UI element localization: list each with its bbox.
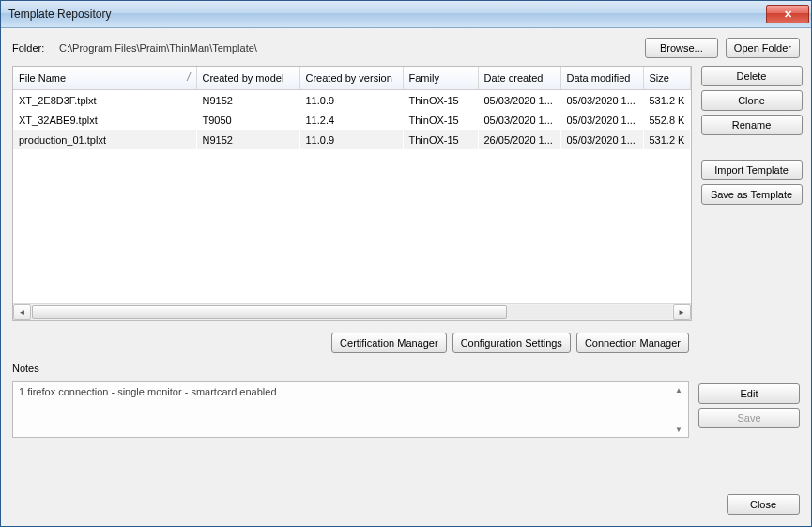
window-close-button[interactable]: ✕ — [766, 5, 809, 23]
table-row[interactable]: XT_32ABE9.tplxtT905011.2.4ThinOX-1505/03… — [13, 110, 690, 130]
cell-family: ThinOX-15 — [403, 110, 478, 130]
scroll-left-arrow[interactable]: ◄ — [13, 304, 31, 320]
folder-path: C:\Program Files\Praim\ThinMan\Template\ — [57, 42, 637, 54]
horizontal-scrollbar[interactable]: ◄ ► — [13, 303, 691, 320]
open-folder-button[interactable]: Open Folder — [726, 38, 800, 58]
col-created-version[interactable]: Created by version — [299, 67, 403, 90]
certification-manager-button[interactable]: Certification Manager — [331, 333, 447, 353]
scroll-track[interactable] — [32, 305, 672, 319]
cell-version: 11.2.4 — [299, 110, 403, 130]
window-title: Template Repository — [8, 8, 766, 21]
notes-label: Notes — [12, 363, 800, 374]
folder-row: Folder: C:\Program Files\Praim\ThinMan\T… — [12, 38, 800, 58]
table-row — [13, 228, 690, 248]
cell-modified: 05/03/2020 1... — [560, 130, 643, 149]
rename-button[interactable]: Rename — [701, 115, 803, 135]
cell-modified: 05/03/2020 1... — [560, 90, 643, 111]
cell-created: 05/03/2020 1... — [478, 110, 560, 130]
save-as-template-button[interactable]: Save as Template — [701, 184, 803, 205]
cell-created: 05/03/2020 1... — [478, 90, 560, 111]
table-row — [13, 149, 690, 169]
cell-model: N9152 — [196, 90, 299, 111]
browse-button[interactable]: Browse... — [645, 38, 718, 58]
cell-created: 26/05/2020 1... — [478, 130, 560, 149]
cell-file: XT_32ABE9.tplxt — [13, 110, 196, 130]
client-area: Folder: C:\Program Files\Praim\ThinMan\T… — [1, 28, 811, 526]
cell-size: 531.2 K — [643, 90, 690, 111]
cell-model: T9050 — [196, 110, 299, 130]
titlebar: Template Repository ✕ — [1, 1, 811, 28]
table-row — [13, 248, 690, 268]
scroll-thumb[interactable] — [32, 305, 507, 319]
table-row — [13, 189, 690, 209]
notes-row: 1 firefox connection - single monitor - … — [12, 381, 800, 438]
notes-side-buttons: Edit Save — [698, 381, 800, 428]
file-table: File Name/ Created by model Created by v… — [12, 66, 692, 321]
cell-family: ThinOX-15 — [403, 130, 478, 149]
col-file-name[interactable]: File Name/ — [13, 67, 196, 90]
clone-button[interactable]: Clone — [701, 90, 803, 111]
template-repository-window: Template Repository ✕ Folder: C:\Program… — [0, 0, 812, 527]
cell-family: ThinOX-15 — [403, 90, 478, 111]
close-icon: ✕ — [784, 9, 792, 20]
cell-file: production_01.tplxt — [13, 130, 196, 149]
table-header-row: File Name/ Created by model Created by v… — [13, 67, 690, 90]
delete-button[interactable]: Delete — [701, 66, 803, 86]
scroll-right-arrow[interactable]: ► — [673, 304, 691, 320]
scroll-down-arrow[interactable]: ▼ — [672, 423, 685, 436]
file-table-grid: File Name/ Created by model Created by v… — [13, 67, 691, 303]
col-date-created[interactable]: Date created — [478, 67, 560, 90]
cell-modified: 05/03/2020 1... — [560, 110, 643, 130]
table-body: XT_2E8D3F.tplxtN915211.0.9ThinOX-1505/03… — [13, 90, 690, 304]
sort-indicator: / — [187, 70, 190, 84]
cell-size: 531.2 K — [643, 130, 690, 149]
main-area: File Name/ Created by model Created by v… — [12, 66, 800, 321]
edit-button[interactable]: Edit — [698, 383, 800, 404]
table-row[interactable]: XT_2E8D3F.tplxtN915211.0.9ThinOX-1505/03… — [13, 90, 690, 111]
notes-scrollbar[interactable]: ▲ ▼ — [672, 383, 687, 436]
scroll-up-arrow[interactable]: ▲ — [672, 383, 685, 396]
file-table-scroll: File Name/ Created by model Created by v… — [13, 67, 691, 303]
cell-model: N9152 — [196, 130, 299, 149]
cell-version: 11.0.9 — [299, 130, 403, 149]
close-button[interactable]: Close — [727, 494, 800, 515]
connection-manager-button[interactable]: Connection Manager — [576, 333, 689, 353]
side-buttons: Delete Clone Rename Import Template Save… — [701, 66, 803, 321]
cell-size: 552.8 K — [643, 110, 690, 130]
footer: Close — [12, 494, 800, 515]
cell-file: XT_2E8D3F.tplxt — [13, 90, 196, 111]
configuration-settings-button[interactable]: Configuration Settings — [452, 333, 571, 353]
table-row — [13, 209, 690, 228]
col-size[interactable]: Size — [643, 67, 690, 90]
save-button[interactable]: Save — [698, 408, 800, 428]
table-row[interactable]: production_01.tplxtN915211.0.9ThinOX-152… — [13, 130, 690, 149]
import-template-button[interactable]: Import Template — [701, 160, 803, 180]
notes-text: 1 firefox connection - single monitor - … — [19, 386, 277, 397]
table-row — [13, 169, 690, 189]
table-row — [13, 268, 690, 287]
col-data-modified[interactable]: Data modified — [560, 67, 643, 90]
notes-textarea[interactable]: 1 firefox connection - single monitor - … — [12, 381, 689, 438]
manager-buttons: Certification Manager Configuration Sett… — [12, 333, 689, 353]
col-created-model[interactable]: Created by model — [196, 67, 299, 90]
table-row — [13, 287, 690, 303]
folder-label: Folder: — [12, 42, 50, 54]
col-family[interactable]: Family — [403, 67, 478, 90]
cell-version: 11.0.9 — [299, 90, 403, 111]
